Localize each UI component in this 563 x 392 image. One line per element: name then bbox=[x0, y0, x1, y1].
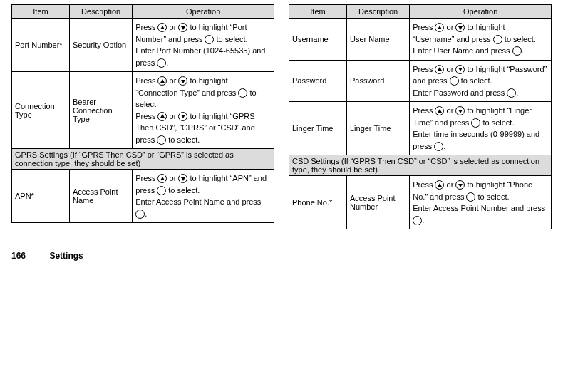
table-row: Port Number*Security OptionPress or to h… bbox=[12, 19, 274, 72]
operation-cell: Press or to highlight “Linger Time” and … bbox=[410, 102, 552, 155]
table-row: Phone No.*Access Point NumberPress or to… bbox=[289, 176, 552, 229]
operation-cell: Press or to highlight “Password” and pre… bbox=[410, 60, 552, 102]
item-cell: Username bbox=[289, 19, 347, 61]
up-arrow-icon bbox=[157, 112, 167, 121]
table-header-row: Item Description Operation bbox=[289, 5, 552, 19]
header-operation: Operation bbox=[133, 5, 274, 19]
up-arrow-icon bbox=[435, 180, 444, 190]
ok-button-icon bbox=[450, 76, 459, 86]
down-arrow-icon bbox=[178, 76, 187, 86]
description-cell: Access Point Number bbox=[346, 176, 409, 229]
item-cell: Port Number* bbox=[12, 19, 70, 72]
operation-cell: Press or to highlight “Port Number” and … bbox=[133, 19, 274, 72]
ok-button-icon bbox=[205, 35, 214, 44]
up-arrow-icon bbox=[157, 23, 167, 32]
item-cell: Phone No.* bbox=[289, 176, 347, 229]
page-number: 166 bbox=[11, 251, 26, 261]
ok-button-icon bbox=[157, 58, 166, 68]
down-arrow-icon bbox=[455, 23, 465, 32]
up-arrow-icon bbox=[157, 76, 167, 86]
header-item: Item bbox=[289, 5, 347, 19]
description-cell: Bearer Connection Type bbox=[69, 72, 132, 149]
table-row: PasswordPasswordPress or to highlight “P… bbox=[289, 60, 552, 102]
down-arrow-icon bbox=[455, 106, 465, 115]
down-arrow-icon bbox=[178, 174, 187, 183]
ok-button-icon bbox=[466, 192, 475, 202]
header-item: Item bbox=[12, 5, 70, 19]
item-cell: Password bbox=[289, 60, 347, 102]
ok-button-icon bbox=[471, 118, 480, 128]
description-cell: Linger Time bbox=[346, 102, 409, 155]
table-row: Linger TimeLinger TimePress or to highli… bbox=[289, 102, 552, 155]
table-row: APN*Access Point NamePress or to highlig… bbox=[12, 170, 274, 223]
up-arrow-icon bbox=[435, 23, 444, 32]
section-row: GPRS Settings (If “GPRS Then CSD” or “GP… bbox=[12, 149, 274, 170]
section-label: CSD Settings (If “GPRS Then CSD” or “CSD… bbox=[289, 155, 552, 176]
operation-cell: Press or to highlight “Phone No.” and pr… bbox=[410, 176, 552, 229]
ok-button-icon bbox=[507, 88, 516, 98]
down-arrow-icon bbox=[178, 23, 187, 32]
ok-button-icon bbox=[413, 216, 422, 225]
item-cell: APN* bbox=[12, 170, 70, 223]
section-label: GPRS Settings (If “GPRS Then CSD” or “GP… bbox=[12, 149, 274, 170]
header-description: Description bbox=[69, 5, 132, 19]
down-arrow-icon bbox=[455, 180, 465, 190]
ok-button-icon bbox=[512, 46, 522, 56]
right-table: Item Description Operation UsernameUser … bbox=[289, 4, 552, 229]
operation-cell: Press or to highlight “APN” and press to… bbox=[133, 170, 274, 223]
section-title: Settings bbox=[49, 251, 83, 261]
item-cell: Linger Time bbox=[289, 102, 347, 155]
ok-button-icon bbox=[135, 210, 145, 219]
description-cell: User Name bbox=[346, 19, 409, 61]
item-cell: Connection Type bbox=[12, 72, 70, 149]
up-arrow-icon bbox=[157, 174, 167, 183]
down-arrow-icon bbox=[178, 112, 187, 121]
ok-button-icon bbox=[493, 35, 502, 44]
operation-cell: Press or to highlight “Connection Type” … bbox=[133, 72, 274, 149]
header-description: Description bbox=[346, 5, 409, 19]
description-cell: Access Point Name bbox=[69, 170, 132, 223]
description-cell: Password bbox=[346, 60, 409, 102]
page-footer: 166 Settings bbox=[11, 251, 552, 261]
description-cell: Security Option bbox=[69, 19, 132, 72]
ok-button-icon bbox=[157, 135, 166, 145]
left-table: Item Description Operation Port Number*S… bbox=[11, 4, 274, 223]
table-row: UsernameUser NamePress or to highlight “… bbox=[289, 19, 552, 61]
ok-button-icon bbox=[238, 88, 247, 98]
up-arrow-icon bbox=[435, 65, 444, 74]
table-header-row: Item Description Operation bbox=[12, 5, 274, 19]
header-operation: Operation bbox=[410, 5, 552, 19]
table-row: Connection TypeBearer Connection TypePre… bbox=[12, 72, 274, 149]
down-arrow-icon bbox=[455, 65, 465, 74]
section-row: CSD Settings (If “GPRS Then CSD” or “CSD… bbox=[289, 155, 552, 176]
ok-button-icon bbox=[157, 186, 166, 195]
ok-button-icon bbox=[434, 142, 443, 151]
operation-cell: Press or to highlight “Username” and pre… bbox=[410, 19, 552, 61]
up-arrow-icon bbox=[435, 106, 444, 115]
